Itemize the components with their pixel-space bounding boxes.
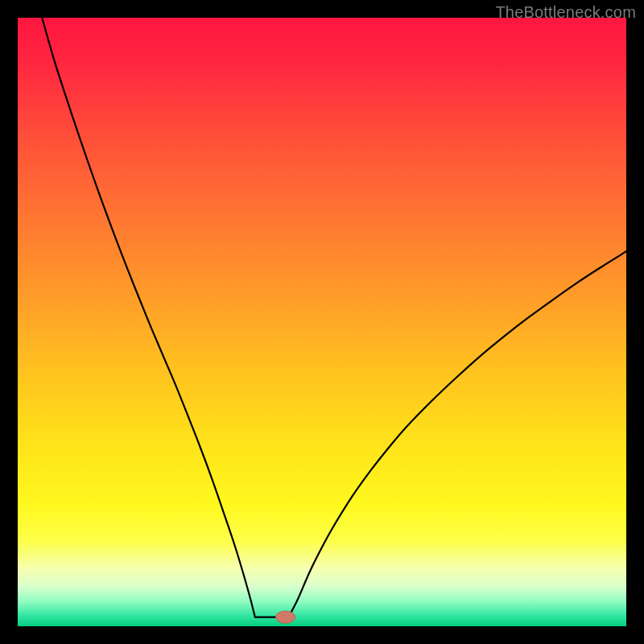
curve-layer [18,18,626,626]
chart-stage: TheBottleneck.com [0,0,644,644]
bottleneck-curve [42,18,626,617]
plot-area [18,18,626,626]
optimal-point-marker [276,611,295,623]
watermark-text: TheBottleneck.com [495,3,636,22]
